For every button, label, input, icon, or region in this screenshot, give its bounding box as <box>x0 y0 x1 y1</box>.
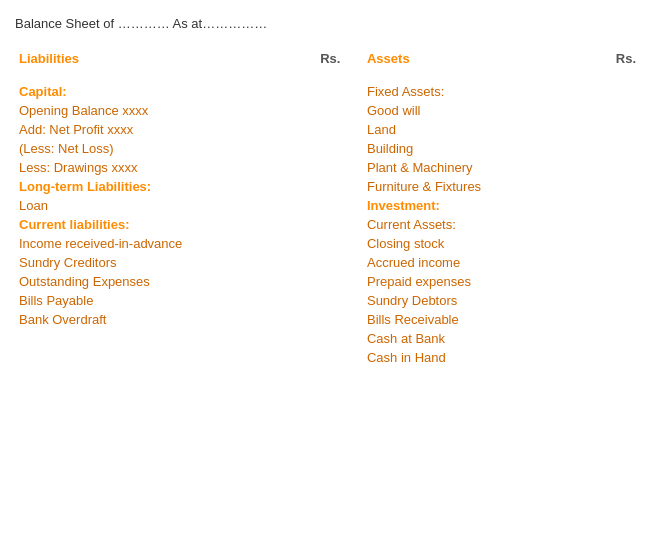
liability-label: Outstanding Expenses <box>15 272 288 291</box>
liability-rs <box>288 310 344 329</box>
liability-rs <box>288 101 344 120</box>
asset-label: Accrued income <box>363 253 584 272</box>
asset-rs <box>584 120 640 139</box>
asset-label: Plant & Machinery <box>363 158 584 177</box>
liability-label: Less: Drawings xxxx <box>15 158 288 177</box>
table-row: Less: Drawings xxxx Plant & Machinery <box>15 158 640 177</box>
liability-label: Add: Net Profit xxxx <box>15 120 288 139</box>
table-row: Cash at Bank <box>15 329 640 348</box>
liability-label: Loan <box>15 196 288 215</box>
asset-rs <box>584 158 640 177</box>
asset-label: Cash in Hand <box>363 348 584 367</box>
asset-rs <box>584 272 640 291</box>
table-row: Loan Investment: <box>15 196 640 215</box>
asset-label: Cash at Bank <box>363 329 584 348</box>
liability-rs <box>288 272 344 291</box>
asset-rs <box>584 215 640 234</box>
liability-rs <box>288 196 344 215</box>
asset-rs <box>584 329 640 348</box>
liability-label <box>15 329 288 348</box>
table-row: Bank Overdraft Bills Receivable <box>15 310 640 329</box>
liability-label: Current liabilities: <box>15 215 288 234</box>
asset-label: Fixed Assets: <box>363 82 584 101</box>
liabilities-header: Liabilities <box>15 49 288 72</box>
liability-label: (Less: Net Loss) <box>15 139 288 158</box>
asset-label: Sundry Debtors <box>363 291 584 310</box>
liability-label: Sundry Creditors <box>15 253 288 272</box>
liability-rs <box>288 177 344 196</box>
asset-label: Land <box>363 120 584 139</box>
liability-rs <box>288 329 344 348</box>
liability-label: Bills Payable <box>15 291 288 310</box>
table-row: Long-term Liabilities: Furniture & Fixtu… <box>15 177 640 196</box>
table-row: Add: Net Profit xxxx Land <box>15 120 640 139</box>
table-row: Current liabilities: Current Assets: <box>15 215 640 234</box>
table-row: Sundry Creditors Accrued income <box>15 253 640 272</box>
liability-rs <box>288 215 344 234</box>
asset-label: Closing stock <box>363 234 584 253</box>
liability-rs <box>288 291 344 310</box>
liabilities-rs-header: Rs. <box>288 49 344 72</box>
asset-label: Building <box>363 139 584 158</box>
asset-rs <box>584 177 640 196</box>
liability-label: Income received-in-advance <box>15 234 288 253</box>
table-row: Opening Balance xxxx Good will <box>15 101 640 120</box>
asset-label: Bills Receivable <box>363 310 584 329</box>
asset-label: Furniture & Fixtures <box>363 177 584 196</box>
liability-label <box>15 348 288 367</box>
asset-rs <box>584 82 640 101</box>
liability-rs <box>288 234 344 253</box>
liability-rs <box>288 253 344 272</box>
liability-rs <box>288 158 344 177</box>
asset-rs <box>584 101 640 120</box>
liability-label: Long-term Liabilities: <box>15 177 288 196</box>
asset-rs <box>584 348 640 367</box>
liability-label: Opening Balance xxxx <box>15 101 288 120</box>
liability-rs <box>288 348 344 367</box>
asset-label: Current Assets: <box>363 215 584 234</box>
table-row: Bills Payable Sundry Debtors <box>15 291 640 310</box>
asset-rs <box>584 234 640 253</box>
liability-rs <box>288 120 344 139</box>
asset-rs <box>584 291 640 310</box>
table-row: Cash in Hand <box>15 348 640 367</box>
table-row: (Less: Net Loss) Building <box>15 139 640 158</box>
table-row: Income received-in-advance Closing stock <box>15 234 640 253</box>
asset-rs <box>584 310 640 329</box>
liability-rs <box>288 139 344 158</box>
asset-label: Good will <box>363 101 584 120</box>
table-row: Outstanding Expenses Prepaid expenses <box>15 272 640 291</box>
assets-header: Assets <box>363 49 584 72</box>
liability-label: Capital: <box>15 82 288 101</box>
asset-rs <box>584 253 640 272</box>
liability-label: Bank Overdraft <box>15 310 288 329</box>
title: Balance Sheet of ………… As at…………… <box>15 16 640 31</box>
table-row: Capital: Fixed Assets: <box>15 82 640 101</box>
asset-rs <box>584 139 640 158</box>
asset-rs <box>584 196 640 215</box>
liability-rs <box>288 82 344 101</box>
assets-rs-header: Rs. <box>584 49 640 72</box>
asset-label: Prepaid expenses <box>363 272 584 291</box>
asset-label: Investment: <box>363 196 584 215</box>
